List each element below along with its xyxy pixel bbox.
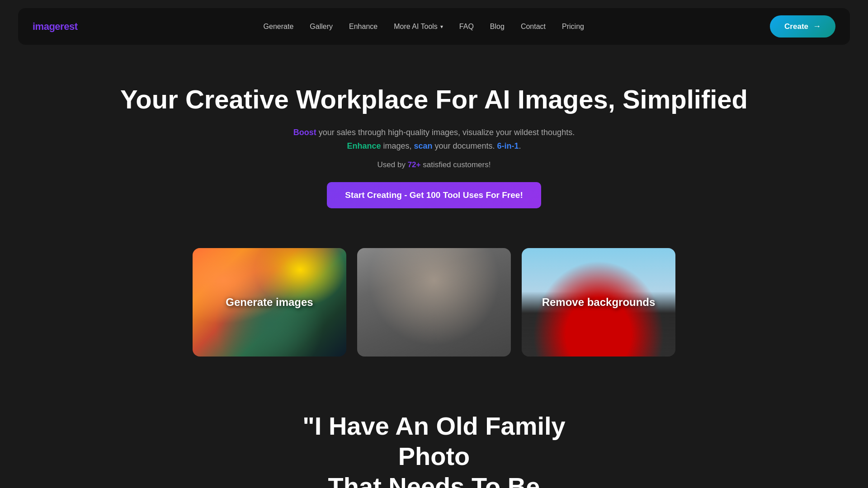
remove-bg-card-label: Remove backgrounds <box>542 296 656 309</box>
nav-item-faq[interactable]: FAQ <box>459 23 474 31</box>
arrow-right-icon: → <box>813 22 821 31</box>
logo-text-start: image <box>33 21 60 32</box>
nav-link-generate[interactable]: Generate <box>264 23 294 30</box>
nav-link-blog[interactable]: Blog <box>490 23 505 30</box>
nav-item-blog[interactable]: Blog <box>490 23 505 31</box>
six-in-one-keyword: 6-in-1 <box>497 141 519 150</box>
nav-item-enhance[interactable]: Enhance <box>349 23 377 31</box>
subtitle-text-2: images, <box>381 141 414 150</box>
nav-item-contact[interactable]: Contact <box>521 23 546 31</box>
social-proof-count: 72+ <box>408 160 421 169</box>
remove-bg-image-card[interactable]: Remove backgrounds <box>522 248 675 357</box>
social-proof-suffix: satisfied customers! <box>420 160 491 169</box>
nav-link-contact[interactable]: Contact <box>521 23 546 30</box>
navbar: imagerest Generate Gallery Enhance More … <box>18 8 850 45</box>
nav-item-more-ai-tools[interactable]: More AI Tools ▾ <box>394 23 443 31</box>
generate-image-card[interactable]: Generate images <box>193 248 346 357</box>
enhance-image-card[interactable] <box>357 248 511 357</box>
image-cards-section: Generate images Remove backgrounds <box>0 248 868 384</box>
subtitle-text-3: your documents. <box>432 141 497 150</box>
nav-link-faq[interactable]: FAQ <box>459 23 474 30</box>
more-ai-tools-label: More AI Tools <box>394 23 438 31</box>
logo-text-highlight: rest <box>60 21 77 32</box>
nav-item-generate[interactable]: Generate <box>264 23 294 31</box>
scan-keyword: scan <box>414 141 432 150</box>
enhance-keyword: Enhance <box>347 141 381 150</box>
hero-cta-button[interactable]: Start Creating - Get 100 Tool Uses For F… <box>327 182 541 208</box>
nav-item-pricing[interactable]: Pricing <box>562 23 584 31</box>
social-proof-prefix: Used by <box>377 160 408 169</box>
create-button[interactable]: Create → <box>770 15 835 38</box>
boost-keyword: Boost <box>293 128 316 137</box>
nav-item-gallery[interactable]: Gallery <box>310 23 333 31</box>
testimonial-section: "I Have An Old Family Photo That Needs T… <box>0 384 868 488</box>
chevron-down-icon: ▾ <box>440 23 443 30</box>
social-proof: Used by 72+ satisfied customers! <box>9 160 859 169</box>
subtitle-text-1: your sales through high-quality images, … <box>316 128 575 137</box>
testimonial-heading-line2: That Needs To Be Restored" <box>328 472 540 488</box>
subtitle-end: . <box>519 141 521 150</box>
create-button-label: Create <box>784 22 808 31</box>
testimonial-heading: "I Have An Old Family Photo That Needs T… <box>276 411 592 488</box>
nav-links: Generate Gallery Enhance More AI Tools ▾… <box>264 23 584 31</box>
testimonial-heading-line1: "I Have An Old Family Photo <box>302 412 566 470</box>
nav-link-gallery[interactable]: Gallery <box>310 23 333 30</box>
hero-heading: Your Creative Workplace For AI Images, S… <box>9 84 859 115</box>
logo[interactable]: imagerest <box>33 21 77 33</box>
generate-card-label: Generate images <box>226 296 313 309</box>
nav-link-enhance[interactable]: Enhance <box>349 23 377 30</box>
nav-link-more-ai-tools[interactable]: More AI Tools ▾ <box>394 23 443 31</box>
hero-subtitle: Boost your sales through high-quality im… <box>276 126 592 153</box>
hero-section: Your Creative Workplace For AI Images, S… <box>0 53 868 248</box>
nav-link-pricing[interactable]: Pricing <box>562 23 584 30</box>
